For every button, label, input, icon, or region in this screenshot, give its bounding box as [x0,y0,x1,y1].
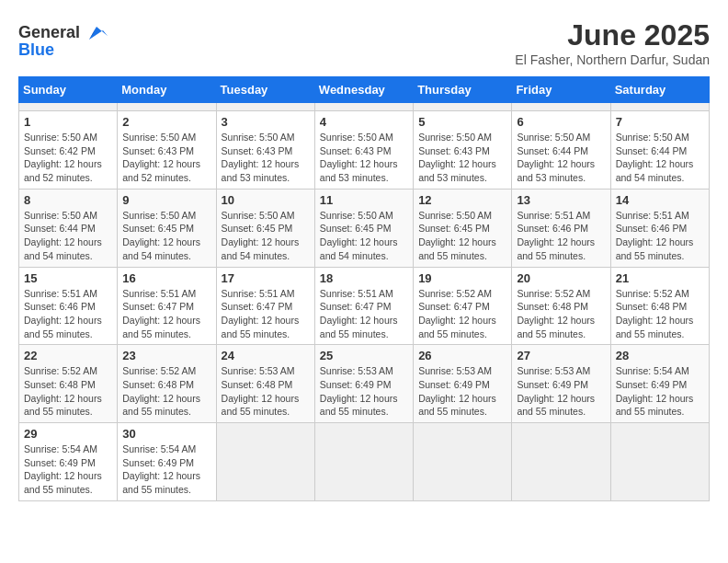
table-row: 23Sunrise: 5:52 AMSunset: 6:48 PMDayligh… [118,345,216,423]
day-detail: Sunrise: 5:52 AMSunset: 6:48 PMDaylight:… [517,287,605,341]
table-row: 11Sunrise: 5:50 AMSunset: 6:45 PMDayligh… [314,189,413,267]
table-row [216,423,314,501]
table-row: 17Sunrise: 5:51 AMSunset: 6:47 PMDayligh… [216,267,314,345]
day-detail: Sunrise: 5:53 AMSunset: 6:48 PMDaylight:… [222,364,310,419]
table-row [512,103,610,111]
table-row: 27Sunrise: 5:53 AMSunset: 6:49 PMDayligh… [512,345,610,423]
calendar-week-row: 15Sunrise: 5:51 AMSunset: 6:46 PMDayligh… [19,267,710,345]
day-detail: Sunrise: 5:54 AMSunset: 6:49 PMDaylight:… [122,442,210,497]
day-detail: Sunrise: 5:50 AMSunset: 6:43 PMDaylight:… [222,131,310,185]
day-number: 17 [222,271,310,285]
day-number: 2 [122,115,210,129]
day-detail: Sunrise: 5:51 AMSunset: 6:46 PMDaylight:… [24,287,112,341]
day-detail: Sunrise: 5:53 AMSunset: 6:49 PMDaylight:… [517,364,605,419]
day-number: 29 [24,427,112,441]
day-detail: Sunrise: 5:54 AMSunset: 6:49 PMDaylight:… [616,364,704,419]
table-row: 21Sunrise: 5:52 AMSunset: 6:48 PMDayligh… [610,267,709,345]
calendar-week-row: 1Sunrise: 5:50 AMSunset: 6:42 PMDaylight… [19,111,710,190]
day-number: 16 [122,271,210,285]
logo: General Blue [18,18,108,60]
day-number: 28 [616,349,704,362]
day-detail: Sunrise: 5:50 AMSunset: 6:42 PMDaylight:… [24,131,112,185]
day-detail: Sunrise: 5:51 AMSunset: 6:47 PMDaylight:… [222,287,310,341]
table-row [314,103,413,111]
day-detail: Sunrise: 5:50 AMSunset: 6:44 PMDaylight:… [24,209,112,263]
table-row: 25Sunrise: 5:53 AMSunset: 6:49 PMDayligh… [314,345,413,423]
table-row: 19Sunrise: 5:52 AMSunset: 6:47 PMDayligh… [414,267,512,345]
col-monday: Monday [118,77,216,103]
logo-blue-text: Blue [18,40,54,60]
table-row: 14Sunrise: 5:51 AMSunset: 6:46 PMDayligh… [610,189,709,267]
day-number: 27 [517,349,605,362]
svg-marker-0 [89,27,108,40]
day-detail: Sunrise: 5:51 AMSunset: 6:47 PMDaylight:… [122,287,210,341]
day-detail: Sunrise: 5:52 AMSunset: 6:48 PMDaylight:… [24,364,112,419]
day-detail: Sunrise: 5:50 AMSunset: 6:45 PMDaylight:… [418,209,506,263]
day-number: 4 [320,115,408,129]
header: General Blue June 2025 El Fasher, Northe… [18,18,710,67]
calendar-table: Sunday Monday Tuesday Wednesday Thursday… [18,76,710,501]
day-detail: Sunrise: 5:50 AMSunset: 6:45 PMDaylight:… [320,209,408,263]
table-row: 2Sunrise: 5:50 AMSunset: 6:43 PMDaylight… [118,111,216,190]
day-detail: Sunrise: 5:51 AMSunset: 6:46 PMDaylight:… [616,209,704,263]
col-friday: Friday [512,77,610,103]
table-row: 13Sunrise: 5:51 AMSunset: 6:46 PMDayligh… [512,189,610,267]
table-row: 26Sunrise: 5:53 AMSunset: 6:49 PMDayligh… [414,345,512,423]
calendar-week-row [19,103,710,111]
day-number: 5 [418,115,506,129]
col-wednesday: Wednesday [314,77,413,103]
day-detail: Sunrise: 5:51 AMSunset: 6:46 PMDaylight:… [517,209,605,263]
table-row: 9Sunrise: 5:50 AMSunset: 6:45 PMDaylight… [118,189,216,267]
day-number: 18 [320,271,408,285]
day-number: 23 [122,349,210,362]
calendar-week-row: 8Sunrise: 5:50 AMSunset: 6:44 PMDaylight… [19,189,710,267]
day-detail: Sunrise: 5:50 AMSunset: 6:45 PMDaylight:… [222,209,310,263]
day-number: 1 [24,115,112,129]
table-row [512,423,610,501]
table-row: 1Sunrise: 5:50 AMSunset: 6:42 PMDaylight… [19,111,118,190]
day-number: 22 [24,349,112,362]
table-row: 29Sunrise: 5:54 AMSunset: 6:49 PMDayligh… [19,423,118,501]
day-detail: Sunrise: 5:53 AMSunset: 6:49 PMDaylight:… [418,364,506,419]
table-row: 18Sunrise: 5:51 AMSunset: 6:47 PMDayligh… [314,267,413,345]
table-row: 20Sunrise: 5:52 AMSunset: 6:48 PMDayligh… [512,267,610,345]
table-row: 12Sunrise: 5:50 AMSunset: 6:45 PMDayligh… [414,189,512,267]
day-number: 26 [418,349,506,362]
table-row [118,103,216,111]
day-number: 3 [222,115,310,129]
day-detail: Sunrise: 5:52 AMSunset: 6:48 PMDaylight:… [122,364,210,419]
logo-icon [80,18,108,46]
table-row [414,423,512,501]
day-detail: Sunrise: 5:53 AMSunset: 6:49 PMDaylight:… [320,364,408,419]
col-saturday: Saturday [610,77,709,103]
day-number: 12 [418,193,506,207]
table-row: 16Sunrise: 5:51 AMSunset: 6:47 PMDayligh… [118,267,216,345]
table-row [610,103,709,111]
col-tuesday: Tuesday [216,77,314,103]
day-detail: Sunrise: 5:50 AMSunset: 6:43 PMDaylight:… [320,131,408,185]
table-row [610,423,709,501]
table-row: 5Sunrise: 5:50 AMSunset: 6:43 PMDaylight… [414,111,512,190]
table-row: 3Sunrise: 5:50 AMSunset: 6:43 PMDaylight… [216,111,314,190]
calendar-header-row: Sunday Monday Tuesday Wednesday Thursday… [19,77,710,103]
day-detail: Sunrise: 5:52 AMSunset: 6:48 PMDaylight:… [616,287,704,341]
table-row: 7Sunrise: 5:50 AMSunset: 6:44 PMDaylight… [610,111,709,190]
day-number: 20 [517,271,605,285]
day-number: 9 [122,193,210,207]
day-number: 13 [517,193,605,207]
day-number: 11 [320,193,408,207]
day-number: 7 [616,115,704,129]
table-row: 22Sunrise: 5:52 AMSunset: 6:48 PMDayligh… [19,345,118,423]
day-number: 24 [222,349,310,362]
table-row [414,103,512,111]
day-detail: Sunrise: 5:50 AMSunset: 6:43 PMDaylight:… [122,131,210,185]
day-number: 21 [616,271,704,285]
table-row [19,103,118,111]
table-row: 4Sunrise: 5:50 AMSunset: 6:43 PMDaylight… [314,111,413,190]
day-detail: Sunrise: 5:50 AMSunset: 6:43 PMDaylight:… [418,131,506,185]
day-number: 14 [616,193,704,207]
table-row [216,103,314,111]
day-detail: Sunrise: 5:50 AMSunset: 6:44 PMDaylight:… [616,131,704,185]
title-area: June 2025 El Fasher, Northern Darfur, Su… [515,18,710,67]
table-row: 24Sunrise: 5:53 AMSunset: 6:48 PMDayligh… [216,345,314,423]
